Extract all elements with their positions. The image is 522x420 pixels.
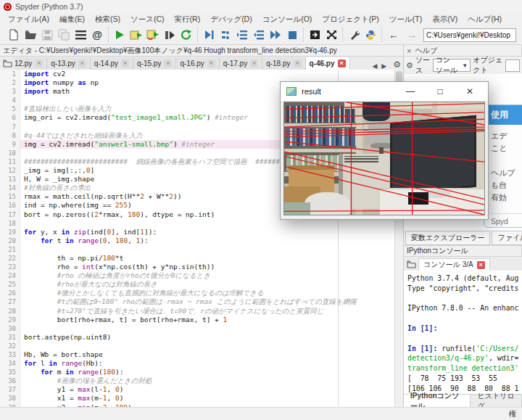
- tab-scroll-left-icon[interactable]: ◀: [370, 62, 379, 70]
- minimize-button[interactable]: —: [398, 86, 423, 96]
- line-number: 5: [0, 104, 20, 113]
- continue-button[interactable]: [268, 28, 283, 42]
- editor-tab[interactable]: q-18.py×: [262, 57, 305, 70]
- working-directory-input[interactable]: C:¥Users¥genki!¥Desktop: [423, 28, 516, 42]
- menu-item[interactable]: 表示(V): [427, 14, 463, 25]
- fullscreen-button[interactable]: [324, 28, 339, 42]
- maximize-button[interactable]: □: [428, 86, 452, 96]
- debug-button[interactable]: [202, 28, 216, 42]
- code-text: for y, x in zip(ind[0], ind[1]):: [20, 228, 404, 236]
- pane-tab[interactable]: 変数エクスプローラー: [405, 231, 490, 245]
- maximize-pane-button[interactable]: [307, 28, 322, 42]
- menu-item[interactable]: プロジェクト(P): [317, 14, 384, 25]
- browse-console-tabs-icon[interactable]: [404, 258, 418, 271]
- tab-close-icon[interactable]: ×: [78, 59, 86, 67]
- title-bar: Spyder (Python 3.7): [0, 0, 522, 13]
- line-number: 37: [0, 385, 20, 394]
- help-text-line: [491, 155, 522, 167]
- editor-tab[interactable]: q-15.py×: [133, 57, 176, 70]
- console-tab[interactable]: コンソール 3/A ×: [418, 258, 490, 271]
- code-text: #画像の端を選んだときの対処: [20, 376, 404, 385]
- editor-tab[interactable]: q-46.py×: [306, 57, 350, 70]
- outline-icon[interactable]: [73, 28, 88, 42]
- code-line: 27 #tの範囲は0~180° rhoの範囲は-rmax ~ rmax このよう…: [0, 297, 404, 306]
- editor-tab[interactable]: q-17.py×: [220, 57, 262, 70]
- step-button[interactable]: [218, 28, 233, 42]
- line-number: 7: [0, 123, 20, 131]
- tab-close-icon[interactable]: ×: [207, 59, 215, 67]
- console-line: In [1]: runfile('C:/Users/: [407, 344, 522, 354]
- menu-item[interactable]: ツール(T): [384, 14, 427, 25]
- console-tab-close-icon[interactable]: ×: [477, 261, 485, 269]
- help-options-gear-icon[interactable]: ⚙: [406, 61, 413, 70]
- editor-tab[interactable]: q-13.py×: [47, 57, 90, 70]
- step-into-button[interactable]: [235, 28, 249, 42]
- menu-item[interactable]: ソース(C): [125, 14, 170, 25]
- code-text: x1 = max(m-1, 0): [20, 394, 404, 403]
- back-button[interactable]: ←: [386, 29, 402, 41]
- status-bar: 権: [0, 407, 522, 420]
- tab-close-icon[interactable]: ×: [294, 59, 302, 67]
- run-button[interactable]: [112, 28, 127, 42]
- python-path-icon[interactable]: [363, 28, 378, 42]
- menu-item[interactable]: 編集(E): [54, 14, 90, 25]
- tab-scroll-right-icon[interactable]: ▶: [379, 62, 389, 70]
- ipython-console[interactable]: Python 3.7.4 (default, AugType "copyrigh…: [404, 271, 522, 394]
- help-close-icon[interactable]: ×: [407, 46, 411, 55]
- menu-item[interactable]: コンソール(O): [257, 14, 318, 25]
- tab-close-icon[interactable]: ×: [35, 59, 43, 67]
- stop-button[interactable]: [285, 28, 299, 42]
- menu-item[interactable]: ヘルプ(H): [463, 14, 507, 25]
- help-source-select[interactable]: コンソール ▼: [433, 59, 471, 72]
- bottom-tab[interactable]: IPythonコンソール: [404, 395, 471, 408]
- open-file-button[interactable]: [23, 28, 38, 42]
- menu-item[interactable]: ファイル(A): [3, 14, 54, 25]
- save-button[interactable]: [40, 28, 54, 42]
- run-cell-advance-button[interactable]: [146, 28, 160, 42]
- editor-tab[interactable]: q-12.py×: [14, 57, 47, 70]
- menu-item[interactable]: 実行(R): [170, 14, 206, 25]
- step-return-button[interactable]: [252, 28, 266, 42]
- code-line: 26 #微分とかしなくても直感的に対角線が最大になるのは理解できる: [0, 289, 404, 297]
- tab-close-icon[interactable]: ×: [250, 59, 258, 67]
- preferences-wrench-icon[interactable]: [347, 28, 361, 42]
- tab-label: q-16.py: [180, 59, 204, 67]
- menu-item[interactable]: 検索(S): [90, 14, 125, 25]
- editor-options-gear-icon[interactable]: ⚙: [390, 59, 404, 70]
- usage-card-body: エデこと ヘルプも自有効: [484, 125, 522, 209]
- console-line: [407, 313, 522, 324]
- run-cell-button[interactable]: [129, 28, 144, 42]
- close-button[interactable]: ✕: [457, 86, 482, 96]
- result-title-bar[interactable]: result — □ ✕: [281, 82, 488, 101]
- tab-label: q-12.py: [14, 59, 32, 67]
- line-number: 25: [0, 280, 20, 289]
- code-line: 38 x1 = max(m-1, 0): [0, 394, 404, 403]
- spyder-logo-icon: [4, 3, 12, 11]
- line-number: 36: [0, 376, 20, 385]
- code-line: 33Hb, Wb = bort.shape: [0, 350, 404, 359]
- rerun-button[interactable]: [179, 28, 194, 42]
- code-text: for t in range(0, 180, 1):: [20, 236, 404, 245]
- nav-toolbar-group: ← → C:¥Users¥genki!¥Desktop: [381, 28, 522, 42]
- menu-bar: ファイル(A)編集(E)検索(S)ソース(C)実行(R)デバッグ(D)コンソール…: [0, 13, 522, 25]
- bottom-tab[interactable]: ヒストリログ: [471, 395, 522, 408]
- menu-item[interactable]: デバッグ(D): [205, 14, 257, 25]
- pane-tab[interactable]: ファイルエクスプローラー: [492, 231, 522, 245]
- tab-close-icon[interactable]: ×: [164, 59, 172, 67]
- browse-tabs-icon[interactable]: [0, 57, 14, 70]
- result-window[interactable]: result — □ ✕: [280, 81, 489, 220]
- run-toolbar-group: [108, 28, 197, 42]
- tab-close-icon[interactable]: ×: [121, 59, 129, 67]
- editor-tab[interactable]: q-14.py×: [91, 57, 133, 70]
- save-all-button[interactable]: [57, 28, 71, 42]
- code-text: rho = int(x*np.cos(th) + y*np.sin(th)): [20, 263, 404, 271]
- run-selection-button[interactable]: [162, 28, 177, 42]
- editor-tab[interactable]: q-16.py×: [176, 57, 219, 70]
- tab-close-icon[interactable]: ×: [338, 59, 346, 67]
- help-object-input[interactable]: [505, 59, 520, 72]
- line-number: 22: [0, 254, 20, 263]
- debug-toolbar-group: [197, 28, 303, 42]
- new-file-button[interactable]: [7, 28, 21, 42]
- forward-button[interactable]: →: [404, 29, 420, 41]
- find-symbols-button[interactable]: @: [90, 28, 104, 42]
